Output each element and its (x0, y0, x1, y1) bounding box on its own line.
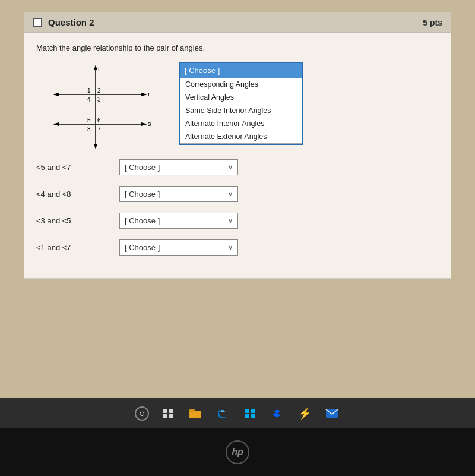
taskbar-search-icon[interactable]: ○ (135, 406, 149, 421)
diagram-svg: t r 1 2 4 3 (36, 62, 167, 151)
hp-logo: hp (226, 440, 249, 464)
svg-marker-1 (94, 65, 97, 70)
question-header: Question 2 5 pts (24, 12, 451, 33)
svg-rect-24 (169, 414, 173, 418)
svg-rect-22 (169, 409, 173, 413)
svg-text:7: 7 (97, 126, 101, 133)
svg-marker-13 (141, 122, 147, 126)
angle-row-3: <3 and <5 [ Choose ] ∨ (36, 213, 439, 229)
dropdown-selected-value: [ Choose ] (185, 66, 220, 75)
svg-text:2: 2 (97, 87, 101, 94)
svg-rect-23 (163, 414, 167, 418)
dropdown-4-value: [ Choose ] (125, 243, 160, 252)
svg-marker-4 (53, 93, 59, 96)
dropdown-2-value: [ Choose ] (125, 190, 160, 198)
chevron-down-icon-3: ∨ (228, 217, 233, 225)
angle-row-2: <4 and <8 [ Choose ] ∨ (36, 186, 439, 202)
angle-label-4: <1 and <7 (36, 243, 107, 252)
angle-rows-section: <5 and <7 [ Choose ] ∨ <4 and <8 [ Choos… (36, 159, 439, 256)
taskbar: ○ ⚡ (0, 398, 475, 428)
angle-label-1: <5 and <7 (36, 163, 107, 172)
chevron-down-icon-2: ∨ (228, 190, 233, 198)
option-corresponding[interactable]: Corresponding Angles (180, 78, 302, 91)
svg-rect-26 (189, 409, 195, 412)
question-title: Question 2 (48, 17, 94, 27)
dropdown-1-value: [ Choose ] (125, 163, 160, 172)
taskbar-edge-icon[interactable] (214, 405, 231, 422)
svg-rect-30 (251, 414, 255, 418)
option-alt-interior[interactable]: Alternate Interior Angles (180, 117, 302, 130)
svg-rect-28 (251, 409, 255, 413)
svg-text:5: 5 (87, 117, 91, 124)
taskbar-mail-icon[interactable] (324, 405, 340, 422)
dropdown-selected-row[interactable]: [ Choose ] (180, 63, 302, 78)
option-vertical[interactable]: Vertical Angles (180, 91, 302, 104)
svg-rect-27 (245, 409, 249, 413)
question-points: 5 pts (423, 18, 442, 27)
dropdown-options-list: Corresponding Angles Vertical Angles Sam… (180, 78, 302, 144)
svg-marker-16 (94, 144, 97, 149)
dropdown-3-value: [ Choose ] (125, 216, 160, 225)
dropdown-1[interactable]: [ Choose ] ∨ (119, 159, 238, 175)
chevron-down-icon-4: ∨ (228, 244, 233, 251)
svg-text:4: 4 (87, 96, 91, 103)
angle-label-3: <3 and <5 (36, 216, 107, 225)
svg-rect-29 (245, 414, 249, 418)
question-card: Question 2 5 pts Match the angle relatio… (24, 12, 451, 279)
angle-diagram: t r 1 2 4 3 (36, 62, 167, 151)
instruction-text: Match the angle relationship to the pair… (36, 43, 439, 52)
svg-text:r: r (148, 90, 150, 97)
svg-text:3: 3 (97, 96, 101, 103)
taskbar-windows-icon[interactable] (242, 405, 258, 422)
angle-row-4: <1 and <7 [ Choose ] ∨ (36, 239, 439, 256)
hp-logo-text: hp (232, 447, 243, 458)
svg-marker-5 (141, 93, 147, 96)
diagram-row: t r 1 2 4 3 (36, 62, 439, 151)
option-alt-exterior[interactable]: Alternate Exterior Angles (180, 130, 302, 143)
svg-text:6: 6 (97, 117, 101, 124)
first-dropdown-open[interactable]: [ Choose ] Corresponding Angles Vertical… (179, 62, 303, 145)
chevron-down-icon-1: ∨ (228, 163, 233, 171)
taskbar-dropbox-icon[interactable] (269, 405, 286, 422)
taskbar-files-icon[interactable] (187, 405, 204, 422)
angle-label-2: <4 and <8 (36, 190, 107, 198)
angle-row-1: <5 and <7 [ Choose ] ∨ (36, 159, 439, 175)
first-dropdown-container[interactable]: [ Choose ] Corresponding Angles Vertical… (179, 62, 309, 145)
dropdown-2[interactable]: [ Choose ] ∨ (119, 186, 238, 202)
svg-marker-12 (53, 122, 59, 126)
svg-text:s: s (148, 120, 151, 127)
svg-text:1: 1 (87, 87, 91, 94)
hp-logo-bar: hp (0, 428, 475, 476)
svg-rect-21 (163, 409, 167, 413)
dropdown-3[interactable]: [ Choose ] ∨ (119, 213, 238, 229)
question-checkbox[interactable] (33, 18, 42, 27)
option-same-side[interactable]: Same Side Interior Angles (180, 104, 302, 117)
taskbar-bolt-icon[interactable]: ⚡ (296, 405, 313, 422)
taskbar-widgets-icon[interactable] (160, 405, 176, 422)
svg-text:8: 8 (87, 126, 91, 133)
dropdown-4[interactable]: [ Choose ] ∨ (119, 239, 238, 256)
svg-text:t: t (98, 65, 100, 72)
question-body: Match the angle relationship to the pair… (24, 33, 451, 278)
